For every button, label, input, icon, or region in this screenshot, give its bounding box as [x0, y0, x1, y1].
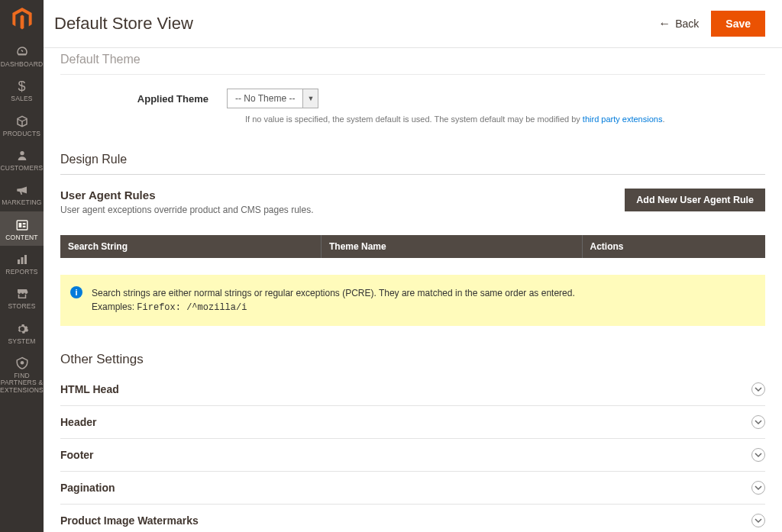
sidebar-item-label: Content [5, 234, 37, 241]
sidebar-item-marketing[interactable]: Marketing [0, 176, 44, 211]
chevron-down-icon [751, 481, 765, 495]
store-icon [15, 286, 29, 301]
admin-sidebar: Dashboard $ Sales Products Customers Mar… [0, 0, 44, 532]
sidebar-item-sales[interactable]: $ Sales [0, 73, 44, 107]
chevron-down-icon [751, 514, 765, 527]
col-theme-name: Theme Name [322, 235, 583, 258]
sidebar-item-content[interactable]: Content [0, 211, 44, 246]
magento-logo[interactable] [0, 0, 44, 38]
accordion-watermarks[interactable]: Product Image Watermarks [60, 505, 765, 532]
sidebar-item-label: Find Partners & Extensions [0, 372, 44, 394]
back-label: Back [675, 18, 699, 30]
sidebar-item-stores[interactable]: Stores [0, 280, 44, 314]
dashboard-icon [15, 44, 29, 60]
applied-theme-value: -- No Theme -- [228, 89, 302, 108]
svg-point-0 [20, 151, 24, 155]
user-agent-rules-desc: User agent exceptions override product a… [60, 205, 314, 215]
info-text-line2: Examples: Firefox: /^mozilla/i [92, 300, 752, 314]
sidebar-item-system[interactable]: System [0, 315, 44, 350]
sidebar-item-label: Reports [5, 269, 37, 276]
sidebar-item-reports[interactable]: Reports [0, 246, 44, 280]
accordion-label: Product Image Watermarks [60, 514, 199, 527]
info-text-line1: Search strings are either normal strings… [92, 286, 752, 300]
sidebar-item-label: Dashboard [1, 61, 44, 68]
reports-icon [15, 252, 29, 267]
applied-theme-label: Applied Theme [60, 93, 227, 105]
sidebar-item-label: Stores [8, 303, 36, 310]
accordion-header[interactable]: Header [60, 406, 765, 439]
sidebar-item-label: System [8, 338, 35, 345]
add-user-agent-rule-button[interactable]: Add New User Agent Rule [625, 189, 765, 211]
sidebar-item-label: Marketing [2, 199, 41, 206]
sidebar-item-partners[interactable]: Find Partners & Extensions [0, 350, 44, 398]
main-content: Default Store View ← Back Save Default T… [44, 0, 782, 532]
sidebar-item-label: Sales [11, 95, 32, 102]
megaphone-icon [15, 182, 29, 198]
content-icon [15, 218, 29, 233]
gear-icon [15, 321, 29, 337]
svg-rect-1 [17, 221, 27, 230]
svg-rect-6 [21, 257, 23, 264]
chevron-down-icon: ▼ [302, 89, 318, 108]
svg-rect-5 [18, 260, 20, 264]
info-message: i Search strings are either normal strin… [60, 275, 765, 326]
arrow-left-icon: ← [658, 17, 671, 31]
box-icon [15, 114, 29, 129]
accordion-footer[interactable]: Footer [60, 439, 765, 472]
applied-theme-note: If no value is specified, the system def… [245, 114, 765, 124]
sidebar-item-customers[interactable]: Customers [0, 142, 44, 176]
page-header: Default Store View ← Back Save [44, 0, 782, 48]
applied-theme-select[interactable]: -- No Theme -- ▼ [227, 89, 318, 108]
svg-rect-4 [22, 225, 25, 227]
accordion-label: Footer [60, 449, 94, 461]
accordion-pagination[interactable]: Pagination [60, 472, 765, 505]
sidebar-item-dashboard[interactable]: Dashboard [0, 38, 44, 73]
user-agent-rules-heading: User Agent Rules [60, 189, 314, 202]
page-title: Default Store View [54, 14, 193, 34]
info-icon: i [70, 286, 82, 298]
header-actions: ← Back Save [658, 11, 765, 37]
svg-rect-2 [18, 223, 21, 227]
col-actions: Actions [582, 235, 765, 258]
svg-rect-7 [24, 255, 27, 264]
chevron-down-icon [751, 415, 765, 429]
chevron-down-icon [751, 448, 765, 462]
accordion-html-head[interactable]: HTML Head [60, 373, 765, 406]
dollar-icon: $ [18, 79, 25, 94]
user-agent-rules-table: Search String Theme Name Actions [60, 235, 765, 258]
col-search-string: Search String [60, 235, 322, 258]
other-settings-title: Other Settings [60, 352, 765, 367]
section-default-theme-title: Default Theme [60, 44, 765, 75]
accordion-label: HTML Head [60, 383, 119, 395]
chevron-down-icon [751, 382, 765, 396]
svg-point-8 [20, 361, 24, 365]
save-button[interactable]: Save [711, 11, 765, 37]
back-button[interactable]: ← Back [658, 17, 699, 31]
svg-rect-3 [22, 223, 25, 224]
sidebar-item-products[interactable]: Products [0, 108, 44, 142]
sidebar-item-label: Customers [1, 165, 44, 172]
accordion-label: Pagination [60, 482, 115, 494]
sidebar-item-label: Products [3, 131, 40, 137]
person-icon [16, 148, 28, 163]
section-design-rule-title: Design Rule [60, 143, 765, 175]
third-party-link[interactable]: third party extensions [583, 114, 663, 124]
accordion-label: Header [60, 416, 96, 428]
partners-icon [15, 356, 29, 371]
